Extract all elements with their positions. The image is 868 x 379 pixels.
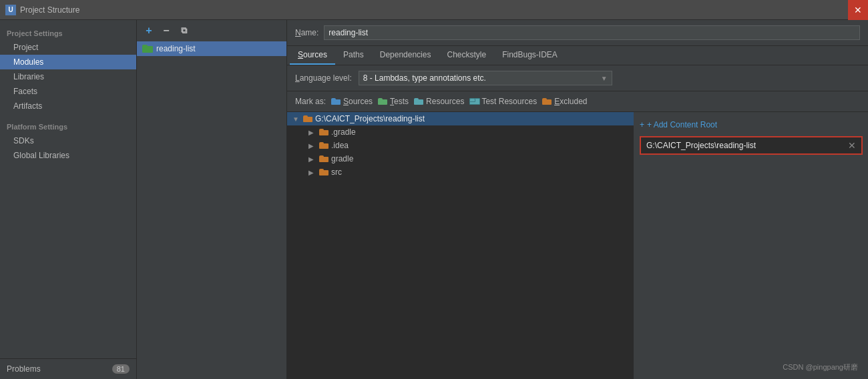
mark-as-excluded[interactable]: Excluded bbox=[542, 97, 587, 106]
platform-settings-section: Platform Settings bbox=[0, 119, 136, 133]
content-root-path-text: G:\CAICT_Projects\reading-list bbox=[646, 141, 756, 150]
tests-folder-icon bbox=[378, 98, 387, 105]
tree-child-folder-icon bbox=[319, 129, 329, 135]
language-level-row: Language level: 8 - Lambdas, type annota… bbox=[287, 65, 868, 91]
remove-module-button[interactable]: − bbox=[160, 24, 173, 37]
problems-badge[interactable]: 81 bbox=[112, 364, 130, 374]
mark-as-resources[interactable]: Resources bbox=[414, 97, 464, 106]
content-root-path-item: G:\CAICT_Projects\reading-list ✕ bbox=[640, 136, 863, 155]
sidebar-item-modules[interactable]: Modules bbox=[0, 55, 136, 69]
module-name: reading-list bbox=[156, 44, 196, 53]
split-pane: ▼ G:\CAICT_Projects\reading-list ▶ .grad… bbox=[287, 112, 868, 379]
title-bar-text: Project Structure bbox=[20, 5, 79, 15]
tree-child-arrow: ▶ bbox=[308, 169, 316, 176]
add-module-button[interactable]: + bbox=[142, 24, 156, 37]
close-button[interactable]: ✕ bbox=[848, 0, 868, 20]
problems-label: Problems bbox=[7, 364, 41, 374]
tree-child-label: src bbox=[331, 167, 342, 177]
tabs-row: Sources Paths Dependencies Checkstyle Fi… bbox=[287, 46, 868, 65]
test-resources-tag-label: Test Resources bbox=[481, 97, 537, 106]
detail-pane: Name: Sources Paths Dependencies Checkst… bbox=[287, 20, 868, 379]
language-level-select[interactable]: 8 - Lambdas, type annotations etc. ▼ bbox=[359, 71, 612, 85]
tab-checkstyle[interactable]: Checkstyle bbox=[439, 46, 494, 65]
tree-item[interactable]: ▶ .idea bbox=[287, 139, 634, 152]
tree-child-label: .gradle bbox=[331, 127, 356, 137]
app-icon: U bbox=[5, 5, 16, 15]
tree-child-folder-icon bbox=[319, 142, 329, 149]
name-label: Name: bbox=[295, 28, 318, 37]
tree-root-folder-icon bbox=[303, 115, 312, 122]
center-layout: + − ⧉ reading-list Name: Sources Paths D… bbox=[137, 20, 868, 379]
tab-findbugs[interactable]: FindBugs-IDEA bbox=[494, 46, 566, 65]
mark-as-sources[interactable]: Sources bbox=[331, 97, 373, 106]
watermark: CSDN @pingpang研磨 bbox=[783, 362, 858, 372]
title-bar: U Project Structure ✕ bbox=[0, 0, 868, 20]
sidebar-nav: Project Settings Project Modules Librari… bbox=[0, 25, 136, 358]
module-list-pane: + − ⧉ reading-list bbox=[137, 20, 287, 379]
sidebar-item-artifacts[interactable]: Artifacts bbox=[0, 99, 136, 113]
mark-as-row: Mark as: Sources Tests Resources Test Re… bbox=[287, 91, 868, 112]
test-resources-folder-icon bbox=[469, 98, 479, 105]
select-arrow-icon: ▼ bbox=[601, 75, 608, 82]
tree-item[interactable]: ▶ .gradle bbox=[287, 125, 634, 139]
tree-child-arrow: ▶ bbox=[308, 142, 316, 149]
resources-folder-icon bbox=[414, 98, 423, 105]
main-layout: Project Settings Project Modules Librari… bbox=[0, 20, 868, 379]
content-root-close-button[interactable]: ✕ bbox=[848, 140, 856, 151]
add-content-root-icon: + bbox=[640, 120, 644, 129]
tree-expand-arrow: ▼ bbox=[292, 115, 300, 123]
tests-tag-label: Tests bbox=[390, 97, 409, 106]
sidebar-item-sdks[interactable]: SDKs bbox=[0, 133, 136, 148]
copy-module-button[interactable]: ⧉ bbox=[177, 24, 190, 37]
language-level-label: Language level: bbox=[295, 73, 352, 83]
tree-root-item[interactable]: ▼ G:\CAICT_Projects\reading-list bbox=[287, 112, 634, 125]
mark-as-tests[interactable]: Tests bbox=[378, 97, 409, 106]
name-input[interactable] bbox=[324, 25, 860, 40]
sidebar-item-libraries[interactable]: Libraries bbox=[0, 69, 136, 84]
sidebar-bottom: Problems 81 bbox=[0, 358, 136, 379]
add-content-root-label: + Add Content Root bbox=[647, 120, 717, 129]
module-item-reading-list[interactable]: reading-list bbox=[137, 41, 286, 56]
sidebar-item-global-libraries[interactable]: Global Libraries bbox=[0, 148, 136, 163]
language-level-value: 8 - Lambdas, type annotations etc. bbox=[363, 73, 486, 83]
sidebar-item-facets[interactable]: Facets bbox=[0, 84, 136, 99]
tree-item[interactable]: ▶ gradle bbox=[287, 152, 634, 165]
name-row: Name: bbox=[287, 20, 868, 46]
excluded-tag-label: Excluded bbox=[554, 97, 587, 106]
tree-child-label: gradle bbox=[331, 154, 353, 163]
tree-root-label: G:\CAICT_Projects\reading-list bbox=[315, 114, 425, 123]
tab-sources[interactable]: Sources bbox=[290, 46, 335, 65]
mark-as-label: Mark as: bbox=[295, 97, 326, 106]
sources-tag-label: Sources bbox=[343, 97, 373, 106]
tree-child-folder-icon bbox=[319, 155, 329, 162]
add-content-root-button[interactable]: + + Add Content Root bbox=[640, 117, 863, 132]
resources-tag-label: Resources bbox=[426, 97, 464, 106]
tab-paths[interactable]: Paths bbox=[335, 46, 372, 65]
sidebar: Project Settings Project Modules Librari… bbox=[0, 20, 137, 379]
right-panel: + + Add Content Root G:\CAICT_Projects\r… bbox=[634, 112, 868, 379]
sources-folder-icon bbox=[331, 98, 341, 105]
tree-child-arrow: ▶ bbox=[308, 129, 316, 136]
project-settings-section: Project Settings bbox=[0, 25, 136, 40]
module-folder-icon bbox=[142, 45, 153, 53]
sidebar-item-project[interactable]: Project bbox=[0, 40, 136, 55]
excluded-folder-icon bbox=[542, 98, 552, 105]
tree-item[interactable]: ▶ src bbox=[287, 165, 634, 179]
tree-child-label: .idea bbox=[331, 141, 349, 150]
mark-as-test-resources[interactable]: Test Resources bbox=[469, 97, 537, 106]
tree-child-folder-icon bbox=[319, 169, 329, 175]
tree-child-arrow: ▶ bbox=[308, 155, 316, 163]
tab-dependencies[interactable]: Dependencies bbox=[372, 46, 439, 65]
tree-pane: ▼ G:\CAICT_Projects\reading-list ▶ .grad… bbox=[287, 112, 634, 379]
module-toolbar: + − ⧉ bbox=[137, 20, 286, 41]
